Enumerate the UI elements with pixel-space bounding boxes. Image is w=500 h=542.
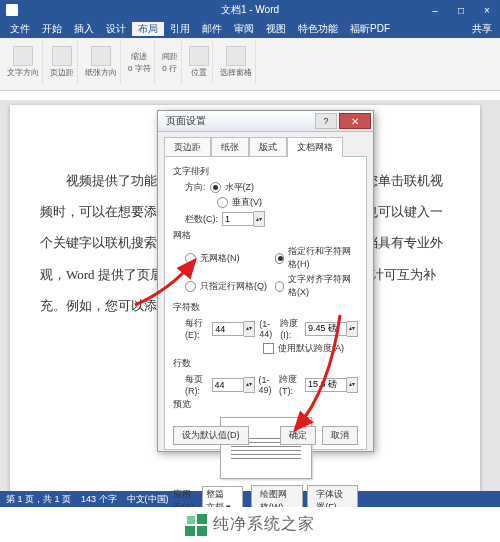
label: 使用默认跨度(A) <box>278 342 344 355</box>
dialog-titlebar[interactable]: 页面设置 ? ✕ <box>158 111 373 132</box>
columns-spinner[interactable]: ▴▾ <box>222 211 265 227</box>
ribbon-orientation[interactable]: 纸张方向 <box>82 40 121 84</box>
ribbon-text-direction[interactable]: 文字方向 <box>4 40 43 84</box>
radio-char-grid[interactable] <box>275 253 284 264</box>
spacing-before-value[interactable]: 0 行 <box>162 63 177 74</box>
line-pitch-spinner[interactable]: ▴▾ <box>305 377 358 393</box>
line-pitch-label: 跨度(T): <box>279 373 301 396</box>
spin-arrows-icon[interactable]: ▴▾ <box>347 377 358 393</box>
tab-home[interactable]: 开始 <box>36 22 68 36</box>
label: 纸张方向 <box>85 67 117 78</box>
tab-margins[interactable]: 页边距 <box>164 137 211 157</box>
ribbon: 文字方向 页边距 纸张方向 缩进0 字符 间距0 行 位置 选择窗格 <box>0 38 500 91</box>
spin-arrows-icon[interactable]: ▴▾ <box>244 321 255 337</box>
label: 垂直(V) <box>232 196 262 209</box>
label: 间距 <box>162 51 178 62</box>
dialog-title: 页面设置 <box>166 114 206 128</box>
status-page[interactable]: 第 1 页，共 1 页 <box>6 493 71 506</box>
window-title: 文档1 - Word <box>221 3 279 17</box>
lines-per-page-label: 每页(R): <box>185 373 208 396</box>
ribbon-tabs: 文件 开始 插入 设计 布局 引用 邮件 审阅 视图 特色功能 福昕PDF 共享 <box>0 20 500 38</box>
tab-special[interactable]: 特色功能 <box>292 22 344 36</box>
label: 只指定行网格(Q) <box>200 280 267 293</box>
page-setup-dialog: 页面设置 ? ✕ 页边距 纸张 版式 文档网格 文字排列 方向: 水平(Z) 垂… <box>157 110 374 452</box>
tab-layout-tab[interactable]: 版式 <box>249 137 287 157</box>
lines-per-page-spinner[interactable]: ▴▾ <box>212 377 255 393</box>
section-lines: 行数 <box>173 357 358 370</box>
label: 文字方向 <box>7 67 39 78</box>
ribbon-position[interactable]: 位置 <box>186 40 213 84</box>
label: 位置 <box>191 67 207 78</box>
label: 指定行和字符网格(H) <box>288 245 358 271</box>
chars-per-line-spinner[interactable]: ▴▾ <box>212 321 255 337</box>
ribbon-spacing: 间距0 行 <box>159 40 182 84</box>
selection-pane-icon <box>226 46 246 66</box>
spin-arrows-icon[interactable]: ▴▾ <box>254 211 265 227</box>
word-icon <box>6 4 18 16</box>
watermark-logo-icon <box>185 514 207 536</box>
orientation-icon <box>91 46 111 66</box>
tab-review[interactable]: 审阅 <box>228 22 260 36</box>
label: 页边距 <box>50 67 74 78</box>
close-window-button[interactable]: × <box>474 0 500 20</box>
spin-arrows-icon[interactable]: ▴▾ <box>244 377 255 393</box>
tab-view[interactable]: 视图 <box>260 22 292 36</box>
char-pitch-spinner[interactable]: ▴▾ <box>305 321 358 337</box>
chars-per-line-input[interactable] <box>212 322 244 336</box>
close-button[interactable]: ✕ <box>339 113 371 129</box>
chars-per-line-range: (1-44) <box>259 319 276 339</box>
position-icon <box>189 46 209 66</box>
dialog-body: 文字排列 方向: 水平(Z) 垂直(V) 栏数(C): ▴▾ 网格 无网格(N)… <box>164 156 367 450</box>
checkbox-default-pitch[interactable] <box>263 343 274 354</box>
dialog-tabs: 页边距 纸张 版式 文档网格 <box>158 132 373 156</box>
columns-input[interactable] <box>222 212 254 226</box>
set-default-button[interactable]: 设为默认值(D) <box>173 426 249 445</box>
share-button[interactable]: 共享 <box>464 22 500 36</box>
radio-vertical[interactable] <box>217 197 228 208</box>
window-buttons: – □ × <box>422 0 500 20</box>
label: 水平(Z) <box>225 181 255 194</box>
text-direction-icon <box>13 46 33 66</box>
spin-arrows-icon[interactable]: ▴▾ <box>347 321 358 337</box>
ribbon-indent: 缩进0 字符 <box>125 40 155 84</box>
tab-mailings[interactable]: 邮件 <box>196 22 228 36</box>
tab-layout[interactable]: 布局 <box>132 22 164 36</box>
radio-align-grid[interactable] <box>275 281 285 292</box>
status-word-count[interactable]: 143 个字 <box>81 493 117 506</box>
direction-label: 方向: <box>185 181 206 194</box>
chars-per-line-label: 每行(E): <box>185 317 208 340</box>
radio-no-grid[interactable] <box>185 253 196 264</box>
tab-document-grid[interactable]: 文档网格 <box>287 137 343 157</box>
indent-left-value[interactable]: 0 字符 <box>128 63 151 74</box>
tab-paper[interactable]: 纸张 <box>211 137 249 157</box>
tab-pdf[interactable]: 福昕PDF <box>344 22 396 36</box>
radio-line-grid[interactable] <box>185 281 196 292</box>
cancel-button[interactable]: 取消 <box>322 426 358 445</box>
char-pitch-label: 跨度(I): <box>280 317 301 340</box>
section-text-direction: 文字排列 <box>173 165 358 178</box>
watermark-text: 纯净系统之家 <box>213 514 315 535</box>
tab-references[interactable]: 引用 <box>164 22 196 36</box>
char-pitch-input[interactable] <box>305 322 347 336</box>
columns-label: 栏数(C): <box>185 213 218 226</box>
tab-insert[interactable]: 插入 <box>68 22 100 36</box>
section-preview: 预览 <box>173 398 358 411</box>
maximize-button[interactable]: □ <box>448 0 474 20</box>
lines-per-page-input[interactable] <box>212 378 244 392</box>
ribbon-selection-pane[interactable]: 选择窗格 <box>217 40 256 84</box>
label: 缩进 <box>131 51 147 62</box>
ribbon-margins[interactable]: 页边距 <box>47 40 78 84</box>
line-pitch-input[interactable] <box>305 378 347 392</box>
minimize-button[interactable]: – <box>422 0 448 20</box>
titlebar: 文档1 - Word – □ × <box>0 0 500 20</box>
radio-horizontal[interactable] <box>210 182 221 193</box>
label: 选择窗格 <box>220 67 252 78</box>
tab-design[interactable]: 设计 <box>100 22 132 36</box>
ok-button[interactable]: 确定 <box>280 426 316 445</box>
lines-per-page-range: (1-49) <box>259 375 275 395</box>
tab-file[interactable]: 文件 <box>4 22 36 36</box>
label: 文字对齐字符网格(X) <box>288 273 358 299</box>
help-button[interactable]: ? <box>315 113 337 129</box>
status-language[interactable]: 中文(中国) <box>127 493 169 506</box>
watermark: 纯净系统之家 <box>0 507 500 542</box>
